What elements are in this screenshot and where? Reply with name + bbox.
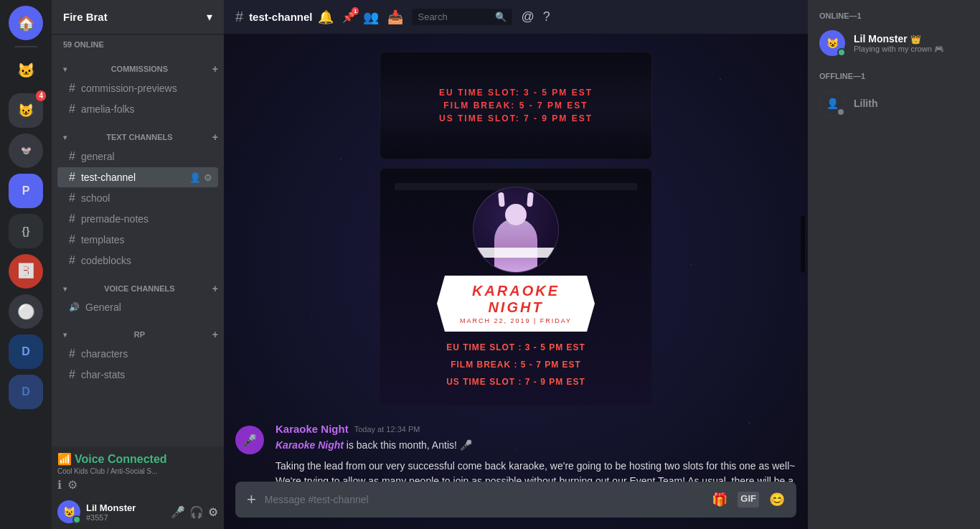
server-icon-9[interactable]: D <box>9 375 43 409</box>
ear-left <box>498 192 505 207</box>
user-tag: #3557 <box>86 513 165 522</box>
add-channel-text-icon[interactable]: + <box>212 131 218 143</box>
home-server-icon[interactable]: 🏠 <box>9 6 43 40</box>
message-input-field[interactable]: Message #test-channel <box>265 485 703 514</box>
karaoke-brand: Karaoke Night <box>275 439 344 451</box>
member-lilith[interactable]: 👤 Lilith <box>814 86 974 121</box>
event-date: MARCH 22, 2019 | FRIDAY <box>451 317 580 324</box>
section-header-voice[interactable]: ▾ VOICE CHANNELS + <box>52 271 224 297</box>
gift-icon[interactable]: 🎁 <box>712 492 727 507</box>
avatar: 😺 <box>57 500 80 523</box>
voice-connected-status: 📶 Voice Connected <box>57 452 218 466</box>
voice-info-icon[interactable]: ℹ <box>57 478 62 492</box>
hash-icon: # <box>69 103 75 116</box>
server-icon-6[interactable]: 🅱 <box>9 254 43 289</box>
channel-item-school[interactable]: # school <box>57 188 218 208</box>
avatar: 😺 <box>819 30 845 56</box>
channel-name-premade-notes: premade-notes <box>81 213 149 225</box>
server-list: 🏠 🐱 😺 4 🐭 P {} 🅱 ⚪ D D <box>0 0 52 529</box>
hash-icon: # <box>69 171 75 184</box>
messages-container[interactable]: EU TIME SLOT: 3 - 5 PM EST FILM BREAK: 5… <box>224 34 808 482</box>
channel-item-test-channel[interactable]: # test-channel 👤 ⚙ <box>57 167 218 187</box>
emoji-icon[interactable]: 😊 <box>769 492 785 507</box>
voice-connected-label: Voice Connected <box>75 453 167 466</box>
inbox-icon[interactable]: 📥 <box>387 9 403 25</box>
message-author: Karaoke Night Today at 12:34 PM <box>275 423 796 435</box>
channel-name-char-stats: char-stats <box>81 369 125 380</box>
headphones-icon[interactable]: 🎧 <box>189 505 204 519</box>
server-header[interactable]: Fire Brat ▾ <box>52 0 224 34</box>
channel-item-char-stats[interactable]: # char-stats <box>57 365 218 385</box>
message-timestamp: Today at 12:34 PM <box>354 425 420 434</box>
server-icon-1[interactable]: 🐱 <box>9 53 43 88</box>
hash-icon: # <box>69 212 75 225</box>
voice-connected-server: Cool Kids Club / Anti-Social S... <box>57 467 218 475</box>
pin-icon[interactable]: 📌 1 <box>342 11 354 23</box>
at-icon[interactable]: @ <box>521 9 534 24</box>
crown-icon: 👑 <box>910 34 921 45</box>
collapse-arrow-commissions: ▾ <box>63 65 67 73</box>
settings-icon[interactable]: ⚙ <box>204 172 212 183</box>
channel-item-amelia-folks[interactable]: # amelia-folks <box>57 99 218 119</box>
event-slots: EU TIME SLOT : 3 - 5 PM EST FILM BREAK :… <box>446 339 585 390</box>
add-member-icon[interactable]: 👤 <box>189 172 201 183</box>
bell-icon[interactable]: 🔔 <box>318 9 334 25</box>
channel-item-general[interactable]: # general <box>57 146 218 167</box>
member-lil-monster[interactable]: 😺 Lil Monster 👑 Playing with my crown 🎮 <box>814 26 974 60</box>
avatar: 🎤 <box>235 426 264 454</box>
collapse-arrow-voice: ▾ <box>63 285 67 293</box>
server-icon-3[interactable]: 🐭 <box>9 134 43 168</box>
event-card-top: EU TIME SLOT: 3 - 5 PM EST FILM BREAK: 5… <box>380 52 652 159</box>
channel-item-general-voice[interactable]: 🔊 General <box>57 298 218 317</box>
character-head <box>505 204 527 225</box>
chevron-down-icon: ▾ <box>207 10 212 24</box>
server-icon-7[interactable]: ⚪ <box>9 294 43 329</box>
online-section-header: ONLINE—1 <box>814 11 974 20</box>
status-indicator <box>837 108 845 116</box>
microphone-icon[interactable]: 🎤 <box>171 505 185 519</box>
character-silhouette <box>494 218 537 273</box>
section-header-text[interactable]: ▾ TEXT CHANNELS + <box>52 120 224 146</box>
server-name: Fire Brat <box>63 11 108 23</box>
hash-icon: # <box>69 254 75 267</box>
slot-eu: EU TIME SLOT: 3 - 5 PM EST <box>439 88 593 98</box>
add-channel-voice-icon[interactable]: + <box>212 283 218 294</box>
server-icon-8[interactable]: D <box>9 334 43 369</box>
add-channel-commissions-icon[interactable]: + <box>212 63 218 75</box>
main-content: # test-channel 🔔 📌 1 👥 📥 Search 🔍 @ ? <box>224 0 808 529</box>
channel-item-characters[interactable]: # characters <box>57 344 218 364</box>
commissions-section: ▾ COMMISSIONS + # commission-previews # … <box>52 52 224 120</box>
channel-item-codeblocks[interactable]: # codeblocks <box>57 251 218 271</box>
user-info: Lil Monster #3557 <box>86 502 165 522</box>
section-header-commissions[interactable]: ▾ COMMISSIONS + <box>52 52 224 78</box>
server-icon-4[interactable]: P <box>9 174 43 208</box>
add-message-icon[interactable]: + <box>247 482 256 518</box>
karaoke-event-container: KARAOKE NIGHT MARCH 22, 2019 | FRIDAY EU… <box>224 168 808 420</box>
collapse-arrow-text: ▾ <box>63 134 67 141</box>
section-header-rp[interactable]: ▾ RP + <box>52 317 224 343</box>
channel-settings: 👤 ⚙ <box>189 172 212 183</box>
status-indicator <box>837 48 846 57</box>
message-input-icons: 🎁 GIF 😊 <box>712 492 785 507</box>
avatar: 👤 <box>819 90 845 116</box>
channel-item-premade-notes[interactable]: # premade-notes <box>57 209 218 229</box>
help-icon[interactable]: ? <box>543 9 550 24</box>
channel-item-commission-previews[interactable]: # commission-previews <box>57 78 218 98</box>
add-channel-rp-icon[interactable]: + <box>212 329 218 340</box>
search-icon: 🔍 <box>495 11 507 22</box>
user-settings-icon[interactable]: ⚙ <box>208 505 218 519</box>
server-icon-2[interactable]: 😺 4 <box>9 93 43 128</box>
channel-name-general-voice: General <box>85 301 121 313</box>
search-bar[interactable]: Search 🔍 <box>412 9 512 25</box>
message-body: Taking the lead from our very successful… <box>275 459 796 482</box>
server-icon-5[interactable]: {} <box>9 214 43 248</box>
message-input-bar: + Message #test-channel 🎁 GIF 😊 <box>224 482 808 529</box>
members-icon[interactable]: 👥 <box>363 9 379 25</box>
voice-settings-icon[interactable]: ⚙ <box>67 478 77 492</box>
collapse-arrow-rp: ▾ <box>63 331 67 339</box>
user-status-indicator <box>72 515 81 524</box>
channel-item-templates[interactable]: # templates <box>57 230 218 250</box>
event-name: KARAOKE NIGHT <box>451 283 580 316</box>
section-label-voice: VOICE CHANNELS <box>104 284 174 293</box>
gif-icon[interactable]: GIF <box>738 492 759 507</box>
